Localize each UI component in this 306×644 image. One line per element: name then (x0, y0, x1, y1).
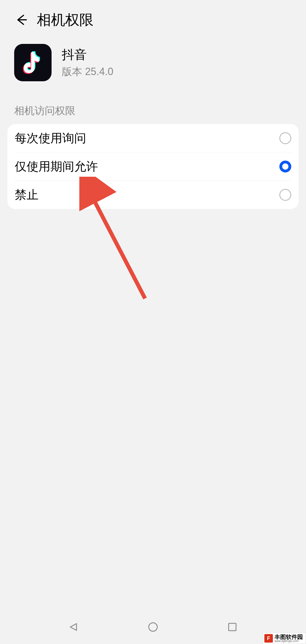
permission-options-card: 每次使用询问 仅使用期间允许 禁止 (7, 124, 299, 209)
nav-recent-button[interactable] (224, 619, 241, 636)
option-ask-every-time[interactable]: 每次使用询问 (14, 124, 292, 152)
option-allow-while-using[interactable]: 仅使用期间允许 (14, 152, 292, 181)
watermark-badge: F 丰图软件园 www.dgfengtu.com (262, 633, 306, 644)
app-name: 抖音 (62, 46, 113, 63)
watermark-url: www.dgfengtu.com (275, 640, 303, 643)
section-title: 相机访问权限 (0, 93, 306, 124)
app-info-section: 抖音 版本 25.4.0 (0, 37, 306, 93)
option-label: 禁止 (15, 187, 39, 203)
svg-point-1 (149, 623, 157, 631)
app-version: 版本 25.4.0 (62, 65, 113, 79)
app-icon (14, 44, 52, 81)
app-meta: 抖音 版本 25.4.0 (62, 46, 113, 79)
nav-home-button[interactable] (144, 619, 162, 636)
svg-rect-2 (229, 623, 236, 631)
page-title: 相机权限 (37, 10, 94, 29)
triangle-left-icon (68, 621, 79, 633)
navigation-bar (0, 610, 306, 644)
back-button[interactable] (14, 13, 28, 27)
circle-icon (147, 621, 159, 633)
radio-button-selected[interactable] (279, 161, 291, 172)
watermark-logo-icon: F (264, 634, 273, 643)
watermark-name: 丰图软件园 (275, 634, 303, 640)
option-label: 仅使用期间允许 (15, 159, 98, 174)
nav-back-button[interactable] (65, 619, 82, 636)
douyin-icon (22, 50, 44, 75)
option-deny[interactable]: 禁止 (14, 181, 292, 209)
radio-button[interactable] (279, 132, 291, 144)
square-icon (227, 621, 238, 633)
header-bar: 相机权限 (0, 0, 306, 37)
arrow-left-icon (15, 14, 27, 26)
option-label: 每次使用询问 (15, 130, 86, 146)
radio-button[interactable] (279, 189, 291, 201)
